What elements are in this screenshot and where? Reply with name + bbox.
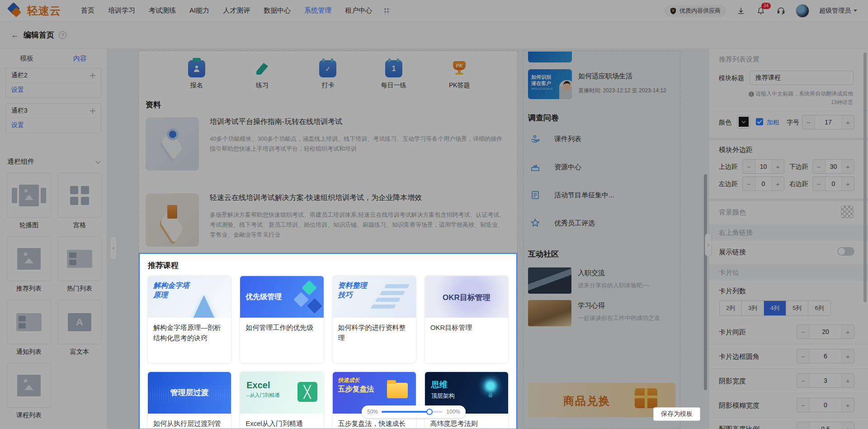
- app-logo[interactable]: 轻速云: [8, 3, 61, 19]
- save-as-template-button[interactable]: 保存为模板: [653, 407, 700, 421]
- survey-item-employee[interactable]: 优秀员工评选: [530, 218, 595, 229]
- panel-scrollbar[interactable]: [863, 52, 867, 302]
- article-item[interactable]: 培训考试平台操作指南-玩转在线培训考试 40多个功能模块、300多个功能点，涵盖…: [146, 117, 510, 171]
- quick-checkin[interactable]: ✓ 打卡: [307, 60, 348, 90]
- canvas-scrollbar[interactable]: [704, 174, 707, 390]
- tab-content[interactable]: 内容: [53, 49, 107, 68]
- support-headset-icon[interactable]: [776, 6, 786, 16]
- community-item[interactable]: 学习心得 一起谈谈你在工作中的成功之道: [528, 300, 660, 326]
- download-icon[interactable]: [736, 6, 746, 16]
- nav-item-data-center[interactable]: 数据中心: [264, 6, 291, 15]
- quick-practice[interactable]: 练习: [242, 60, 283, 90]
- component-rich-text[interactable]: A: [57, 300, 102, 344]
- live-card[interactable]: 如何识别 潜在客户 2023.12.12-14:12 如何适应职场生活 直播时间…: [528, 69, 676, 99]
- plus-button[interactable]: +: [772, 160, 784, 173]
- minus-button[interactable]: −: [743, 177, 755, 191]
- user-avatar[interactable]: [796, 4, 809, 18]
- plus-button[interactable]: +: [842, 349, 854, 363]
- quick-signup[interactable]: 报名: [176, 60, 217, 90]
- font-size-value[interactable]: 17: [815, 115, 842, 129]
- tab-template[interactable]: 模板: [0, 49, 53, 68]
- plus-button[interactable]: +: [842, 115, 854, 129]
- margin-right-value[interactable]: 0: [825, 177, 842, 191]
- module-title-input[interactable]: 推荐课程: [750, 71, 854, 85]
- nav-item-home[interactable]: 首页: [81, 6, 94, 15]
- nav-item-exam[interactable]: 考试测练: [149, 6, 176, 15]
- user-menu[interactable]: 超级管理员: [819, 7, 857, 15]
- move-icon[interactable]: [90, 108, 95, 114]
- notification-bell-icon[interactable]: 34: [756, 6, 766, 16]
- card-radius-value[interactable]: 6: [809, 349, 842, 363]
- component-course-list[interactable]: [7, 363, 51, 408]
- minus-button[interactable]: −: [802, 115, 815, 129]
- help-icon[interactable]: ?: [59, 31, 66, 39]
- plus-button[interactable]: +: [842, 160, 854, 173]
- image-ratio-value[interactable]: 0.5: [809, 422, 842, 429]
- band-2-settings-link[interactable]: 设置: [11, 83, 95, 97]
- minus-button[interactable]: −: [813, 177, 825, 191]
- margin-left-value[interactable]: 0: [755, 177, 772, 191]
- survey-item-courseware[interactable]: 课件列表: [530, 133, 581, 144]
- nav-item-ai[interactable]: AI能力: [189, 6, 209, 15]
- card-gap-value[interactable]: 20: [809, 325, 842, 338]
- minus-button[interactable]: −: [797, 422, 809, 429]
- column-option-5[interactable]: 5列: [786, 301, 808, 315]
- minus-button[interactable]: −: [797, 325, 809, 338]
- component-grid[interactable]: [57, 173, 102, 218]
- move-icon[interactable]: [90, 73, 95, 78]
- minus-button[interactable]: −: [797, 374, 809, 387]
- shadow-width-value[interactable]: 3: [809, 374, 842, 387]
- course-card[interactable]: 解构金字塔原理 解构金字塔原理—剖析结构化思考的诀窍: [148, 276, 231, 363]
- course-card[interactable]: 快速成长 五步复盘法 五步复盘法，快速成长法则: [333, 372, 416, 429]
- collapse-right-handle[interactable]: ›: [705, 233, 712, 257]
- minus-button[interactable]: −: [797, 349, 809, 363]
- survey-item-resource[interactable]: 资源中心: [530, 162, 581, 172]
- band-3-settings-link[interactable]: 设置: [11, 118, 95, 133]
- plus-button[interactable]: +: [842, 374, 854, 387]
- zoom-slider-knob[interactable]: [426, 409, 433, 415]
- quick-daily[interactable]: 1 每日一练: [373, 60, 414, 90]
- plus-button[interactable]: +: [842, 422, 854, 429]
- column-option-6[interactable]: 6列: [808, 301, 830, 315]
- course-card[interactable]: 管理层过渡 如何从执行层过渡到管理层: [148, 372, 231, 429]
- column-option-4-selected[interactable]: 4列: [764, 301, 786, 315]
- color-swatch-dropdown[interactable]: [737, 115, 750, 129]
- component-recommend-list[interactable]: [7, 236, 51, 281]
- recommend-course-module-selected[interactable]: 推荐课程 解构金字塔原理 解构金字塔原理—剖析结构化思考的诀窍 优先级管理: [139, 253, 517, 429]
- plus-button[interactable]: +: [772, 177, 784, 191]
- quick-pk[interactable]: PK PK答题: [439, 60, 480, 90]
- course-card[interactable]: OKR目标管理 OKR目标管理: [425, 276, 508, 363]
- margin-top-value[interactable]: 10: [755, 160, 772, 173]
- minus-button[interactable]: −: [813, 160, 825, 173]
- apps-grid-icon[interactable]: [384, 8, 390, 14]
- column-option-2[interactable]: 2列: [720, 301, 742, 315]
- bold-checkbox[interactable]: [756, 118, 763, 125]
- plus-button[interactable]: +: [842, 325, 854, 338]
- components-header[interactable]: 通栏组件: [7, 157, 100, 166]
- course-card[interactable]: 资料整理技巧 如何科学的进行资料整理: [333, 276, 416, 363]
- component-notice-list[interactable]: [7, 300, 51, 344]
- nav-item-system-admin[interactable]: 系统管理: [304, 6, 331, 15]
- plus-button[interactable]: +: [842, 177, 854, 191]
- bg-color-swatch[interactable]: [841, 205, 854, 218]
- collapse-left-handle[interactable]: ‹: [110, 236, 117, 260]
- back-arrow-icon[interactable]: ←: [11, 30, 19, 40]
- plus-button[interactable]: +: [842, 398, 854, 412]
- minus-button[interactable]: −: [743, 160, 755, 173]
- live-card-partial[interactable]: [528, 52, 572, 62]
- zoom-slider-track[interactable]: [382, 411, 443, 413]
- article-item[interactable]: 轻速云在线培训考试解决方案-快速组织培训考试，为企业降本增效 多场景解决方案帮助…: [146, 193, 510, 247]
- community-item[interactable]: 入职交流 进来分享你的入职体验吧~~: [528, 267, 649, 294]
- nav-item-tenant-center[interactable]: 租户中心: [345, 6, 372, 15]
- shadow-blur-value[interactable]: 0: [809, 398, 842, 412]
- nav-item-assessment[interactable]: 人才测评: [223, 6, 250, 15]
- component-hot-list[interactable]: [57, 236, 102, 281]
- show-link-toggle[interactable]: [837, 247, 854, 256]
- column-option-3[interactable]: 3列: [742, 301, 764, 315]
- course-card[interactable]: 优先级管理 如何管理工作的优先级: [240, 276, 323, 363]
- component-carousel[interactable]: [7, 173, 51, 218]
- minus-button[interactable]: −: [797, 398, 809, 412]
- margin-bottom-value[interactable]: 30: [825, 160, 842, 173]
- course-card[interactable]: Excel --从入门到精通 ╳ Excel从入门到精通: [240, 372, 323, 429]
- nav-item-training[interactable]: 培训学习: [108, 6, 135, 15]
